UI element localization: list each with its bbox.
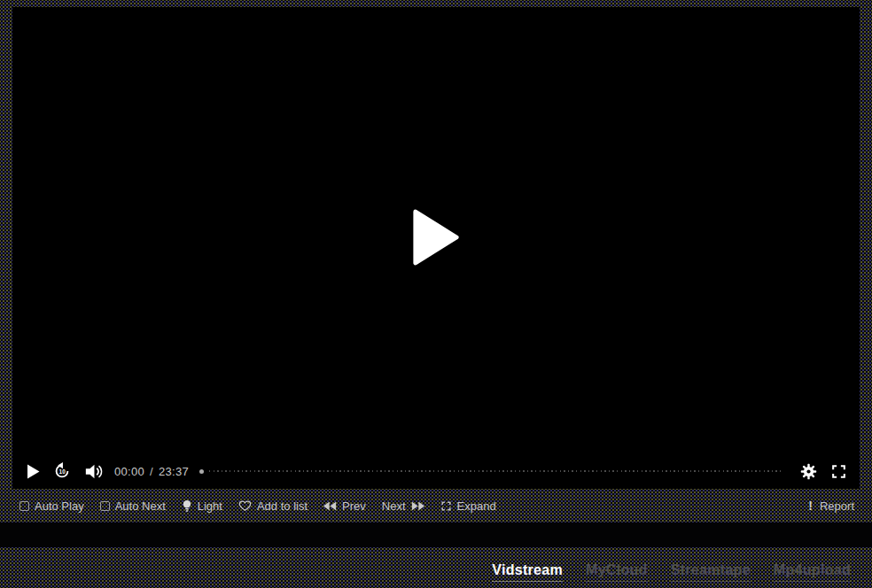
auto-play-label: Auto Play <box>35 499 84 513</box>
fullscreen-icon <box>830 463 847 480</box>
duration: 23:37 <box>159 465 189 478</box>
big-play-icon[interactable] <box>410 206 462 268</box>
current-time: 00:00 <box>114 465 144 478</box>
prev-episode-button[interactable]: Prev <box>323 499 366 513</box>
exclamation-icon: ! <box>808 499 813 513</box>
server-tab-vidstream[interactable]: Vidstream <box>492 562 563 582</box>
toolbar-left-group: Auto Play Auto Next Light Add to list <box>19 499 496 513</box>
time-separator: / <box>150 465 153 478</box>
video-player: 10 00:00 / 23:37 <box>12 7 860 489</box>
light-label: Light <box>198 499 222 513</box>
rewind-10-icon: 10 <box>52 461 72 481</box>
next-label: Next <box>382 499 406 513</box>
report-button[interactable]: ! Report <box>808 499 854 513</box>
server-tab-streamtape[interactable]: Streamtape <box>671 562 751 582</box>
seek-handle[interactable] <box>199 469 204 474</box>
expand-label: Expand <box>457 499 496 513</box>
toolbar-right-group: ! Report <box>808 499 854 513</box>
lightbulb-icon <box>182 499 192 513</box>
light-toggle[interactable]: Light <box>182 499 222 513</box>
time-display: 00:00 / 23:37 <box>114 465 189 478</box>
seek-bar[interactable] <box>199 462 783 480</box>
add-to-list-label: Add to list <box>257 499 308 513</box>
checkbox-icon <box>19 501 29 511</box>
auto-next-toggle[interactable]: Auto Next <box>100 499 166 513</box>
double-right-triangle-icon <box>411 501 424 511</box>
double-left-triangle-icon <box>323 501 337 511</box>
play-button[interactable] <box>27 453 40 489</box>
player-toolbar: Auto Play Auto Next Light Add to list <box>0 489 872 522</box>
auto-play-toggle[interactable]: Auto Play <box>19 499 84 513</box>
checkbox-icon <box>100 501 110 511</box>
content-divider <box>0 522 872 547</box>
prev-label: Prev <box>342 499 366 513</box>
volume-button[interactable] <box>84 453 104 489</box>
player-control-bar: 10 00:00 / 23:37 <box>12 453 860 489</box>
report-label: Report <box>820 499 854 513</box>
play-icon <box>27 464 40 479</box>
auto-next-label: Auto Next <box>115 499 166 513</box>
server-list: Vidstream MyCloud Streamtape Mp4upload <box>0 547 872 588</box>
video-stage[interactable] <box>12 7 860 453</box>
server-tab-mycloud[interactable]: MyCloud <box>586 562 648 582</box>
settings-button[interactable] <box>799 453 818 489</box>
rewind-10-label: 10 <box>59 468 66 475</box>
fullscreen-button[interactable] <box>830 453 847 489</box>
expand-button[interactable]: Expand <box>440 499 496 513</box>
rewind-10-button[interactable]: 10 <box>52 453 72 489</box>
add-to-list-button[interactable]: Add to list <box>238 499 308 513</box>
expand-icon <box>440 500 452 512</box>
volume-icon <box>84 463 104 480</box>
next-episode-button[interactable]: Next <box>382 499 424 513</box>
seek-track[interactable] <box>209 470 783 472</box>
server-tab-mp4upload[interactable]: Mp4upload <box>774 562 851 582</box>
gear-icon <box>799 462 818 481</box>
heart-icon <box>238 499 252 512</box>
